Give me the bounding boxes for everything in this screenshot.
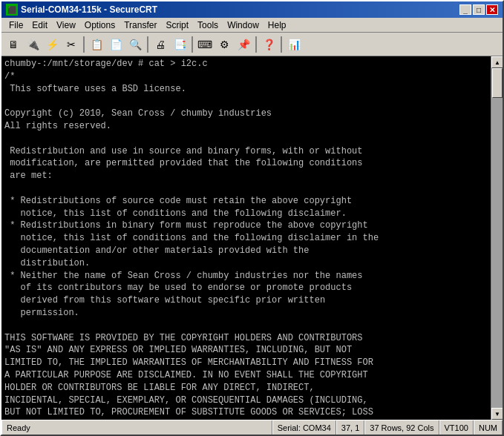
- status-ready: Ready: [1, 420, 272, 435]
- toolbar-btn-connect[interactable]: 🔌: [24, 36, 42, 53]
- toolbar-btn-copy[interactable]: 📋: [88, 36, 105, 53]
- toolbar-btn-paste[interactable]: 📄: [107, 36, 125, 53]
- menu-options[interactable]: Options: [80, 19, 120, 30]
- app-icon: ⬛: [6, 4, 18, 16]
- toolbar-sep-1: [83, 36, 85, 53]
- menu-bar: File Edit View Options Transfer Script T…: [1, 18, 503, 33]
- toolbar: 🖥 🔌 ⚡ ✂ 📋 📄 🔍 🖨 📑 ⌨ ⚙ 📌 ❓ 📊: [1, 33, 503, 56]
- status-bar: Ready Serial: COM34 37, 1 37 Rows, 92 Co…: [1, 420, 503, 435]
- toolbar-sep-5: [281, 36, 282, 53]
- scroll-track[interactable]: [491, 68, 503, 408]
- toolbar-sep-2: [147, 36, 148, 53]
- title-bar: ⬛ Serial-COM34-115k - SecureCRT _ □ ✕: [1, 1, 503, 18]
- main-window: ⬛ Serial-COM34-115k - SecureCRT _ □ ✕ Fi…: [0, 0, 504, 436]
- status-serial: Serial: COM34: [272, 420, 336, 435]
- status-terminal: VT100: [439, 420, 474, 435]
- minimize-button[interactable]: _: [459, 4, 471, 15]
- menu-window[interactable]: Window: [223, 19, 264, 30]
- toolbar-btn-help[interactable]: ❓: [260, 36, 278, 53]
- title-bar-left: ⬛ Serial-COM34-115k - SecureCRT: [6, 4, 157, 16]
- scroll-up-button[interactable]: ▲: [491, 56, 503, 68]
- menu-edit[interactable]: Edit: [27, 19, 52, 30]
- toolbar-sep-3: [192, 36, 193, 53]
- toolbar-btn-find[interactable]: 🔍: [126, 36, 144, 53]
- title-buttons: _ □ ✕: [459, 4, 498, 15]
- terminal-area: chumby-:/mnt/storage/dev # cat > i2c.c /…: [1, 56, 503, 420]
- close-button[interactable]: ✕: [486, 4, 498, 15]
- status-position: 37, 1: [336, 420, 364, 435]
- scroll-thumb[interactable]: [492, 68, 503, 98]
- status-dimensions: 37 Rows, 92 Cols: [364, 420, 439, 435]
- terminal-output[interactable]: chumby-:/mnt/storage/dev # cat > i2c.c /…: [1, 56, 491, 420]
- menu-tools[interactable]: Tools: [193, 19, 223, 30]
- menu-file[interactable]: File: [4, 19, 27, 30]
- menu-help[interactable]: Help: [264, 19, 291, 30]
- maximize-button[interactable]: □: [473, 4, 485, 15]
- toolbar-btn-quick[interactable]: ⚡: [43, 36, 61, 53]
- toolbar-btn-cut[interactable]: ✂: [62, 36, 80, 53]
- menu-view[interactable]: View: [52, 19, 80, 30]
- scroll-down-button[interactable]: ▼: [491, 408, 503, 420]
- toolbar-btn-print[interactable]: 🖨: [151, 36, 169, 53]
- menu-script[interactable]: Script: [161, 19, 193, 30]
- toolbar-btn-script[interactable]: 📑: [171, 36, 189, 53]
- menu-transfer[interactable]: Transfer: [120, 19, 161, 30]
- toolbar-btn-settings[interactable]: ⚙: [215, 36, 233, 53]
- window-title: Serial-COM34-115k - SecureCRT: [21, 4, 157, 15]
- status-numlock: NUM: [474, 420, 503, 435]
- toolbar-btn-new[interactable]: 🖥: [4, 36, 22, 53]
- toolbar-sep-4: [255, 36, 257, 53]
- vertical-scrollbar[interactable]: ▲ ▼: [491, 56, 503, 420]
- toolbar-btn-monitor[interactable]: 📊: [285, 36, 303, 53]
- toolbar-btn-map[interactable]: ⌨: [196, 36, 214, 53]
- toolbar-btn-hex[interactable]: 📌: [235, 36, 252, 53]
